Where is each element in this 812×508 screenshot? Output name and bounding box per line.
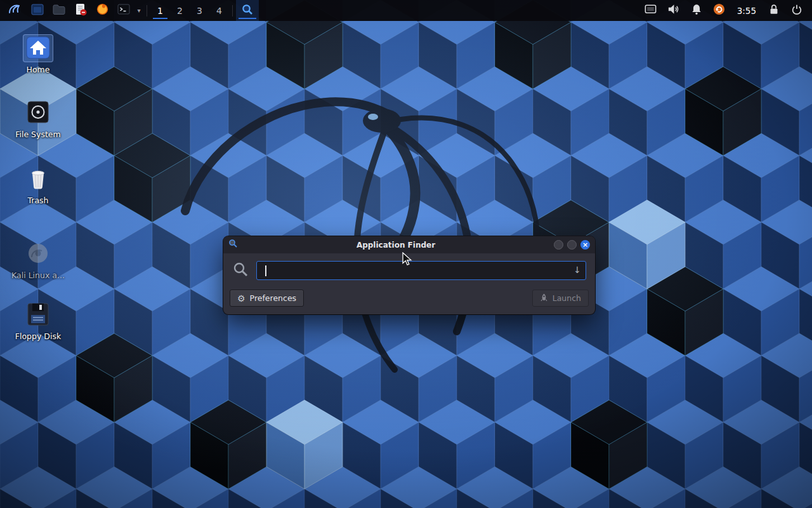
panel-separator	[232, 5, 233, 17]
window-title: Application Finder	[242, 241, 550, 250]
desktop-icon-label: Kali Linux a...	[11, 271, 65, 280]
titlebar[interactable]: Application Finder ×	[223, 236, 595, 253]
close-button[interactable]: ×	[580, 240, 590, 250]
search-input[interactable]	[265, 265, 569, 276]
workspace-button-4[interactable]: 4	[209, 0, 229, 21]
trash-icon	[23, 165, 53, 193]
file-manager-icon	[30, 3, 44, 19]
search-icon-large	[232, 261, 249, 280]
display-tray-button[interactable]	[639, 0, 662, 21]
desktop-icon-floppy-disk[interactable]: Floppy Disk	[9, 301, 67, 341]
power-icon	[790, 3, 803, 18]
desktop-icon-home[interactable]: Home	[9, 34, 67, 74]
lock-screen-button[interactable]	[763, 0, 785, 21]
bell-icon	[690, 3, 703, 18]
kali-logo-icon	[7, 2, 22, 20]
desktop-icon-label: Home	[27, 65, 50, 74]
search-icon	[241, 3, 254, 18]
terminal-dropdown-caret[interactable]: ▾	[134, 0, 143, 21]
desktop-icon-label: Trash	[27, 196, 48, 205]
applications-menu-button[interactable]	[3, 0, 27, 21]
launch-label: Launch	[553, 293, 581, 303]
desktop-icon-label: File System	[15, 130, 61, 139]
desktop-icon-trash[interactable]: Trash	[9, 165, 67, 205]
kali-cd-icon	[23, 240, 53, 268]
floppy-disk-icon	[23, 301, 53, 329]
panel-separator	[147, 5, 147, 17]
text-editor-launcher[interactable]	[70, 0, 91, 21]
file-system-icon	[23, 99, 53, 127]
application-finder-window: Application Finder × ↓ ⚙ Preferences	[223, 236, 595, 314]
history-arrow-icon[interactable]: ↓	[573, 265, 581, 275]
desktop-icon-label: Floppy Disk	[15, 332, 61, 341]
notifications-tray-button[interactable]	[685, 0, 708, 21]
workspace-button-3[interactable]: 3	[190, 0, 209, 21]
desktop-icon-kali-linux[interactable]: Kali Linux a...	[9, 240, 67, 280]
footer-buttons: ⚙ Preferences Launch	[223, 286, 595, 314]
text-caret	[265, 265, 266, 276]
clock[interactable]: 3:55	[731, 0, 763, 21]
desktop-icon-file-system[interactable]: File System	[9, 99, 67, 139]
preferences-label: Preferences	[250, 293, 297, 303]
workspace-button-2[interactable]: 2	[170, 0, 190, 21]
lock-icon	[768, 3, 780, 18]
terminal-launcher[interactable]	[113, 0, 134, 21]
top-panel: ▾ 1 2 3 4	[0, 0, 812, 21]
document-icon	[74, 3, 88, 19]
terminal-icon	[117, 3, 131, 19]
search-input-wrap: ↓	[256, 261, 586, 280]
maximize-button[interactable]	[567, 240, 577, 250]
volume-icon	[667, 3, 680, 18]
file-manager-launcher[interactable]	[27, 0, 48, 21]
power-button[interactable]	[785, 0, 808, 21]
volume-tray-button[interactable]	[662, 0, 685, 21]
rocket-icon	[540, 293, 548, 304]
folder-launcher[interactable]	[48, 0, 70, 21]
launch-button[interactable]: Launch	[532, 290, 589, 307]
minimize-button[interactable]	[554, 240, 563, 250]
home-icon	[23, 34, 53, 62]
window-search-icon	[228, 239, 238, 251]
chevron-down-icon: ▾	[137, 7, 140, 14]
firefox-icon	[96, 3, 109, 18]
updates-tray-button[interactable]	[708, 0, 731, 21]
system-tray: 3:55	[639, 0, 808, 21]
application-finder-launcher[interactable]	[236, 0, 259, 21]
mouse-cursor	[402, 252, 415, 269]
close-icon: ×	[582, 241, 588, 248]
workspace-button-1[interactable]: 1	[150, 0, 170, 21]
folder-icon	[52, 3, 66, 19]
display-icon	[644, 3, 657, 18]
gear-icon: ⚙	[237, 294, 246, 303]
preferences-button[interactable]: ⚙ Preferences	[230, 290, 304, 307]
firefox-launcher[interactable]	[91, 0, 113, 21]
update-icon	[713, 3, 725, 18]
